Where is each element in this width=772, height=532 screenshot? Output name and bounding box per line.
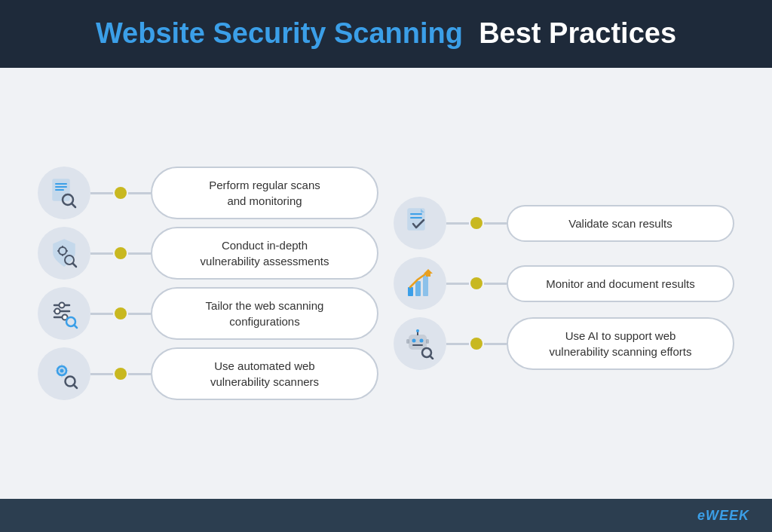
line — [446, 283, 469, 285]
validate-results-icon-circle — [394, 197, 446, 249]
connector-3 — [90, 307, 151, 320]
line — [484, 222, 507, 225]
svg-line-24 — [74, 385, 78, 389]
main-title: Website Security Scanning Best Practices — [96, 17, 676, 51]
svg-line-12 — [73, 264, 77, 268]
list-item: Use automated webvulnerability scanners — [38, 347, 378, 400]
document-check-icon — [404, 207, 436, 239]
svg-line-20 — [75, 326, 78, 329]
line — [128, 192, 151, 194]
svg-rect-30 — [423, 275, 428, 296]
infographic: Website Security Scanning Best Practices — [0, 0, 772, 532]
vulnerability-assessments-icon-circle — [38, 227, 90, 280]
title-blue: Website Security Scanning — [96, 17, 463, 49]
list-item: Monitor and document results — [394, 257, 734, 310]
label-validate-results: Validate scan results — [507, 205, 734, 242]
header: Website Security Scanning Best Practices — [0, 0, 772, 68]
line — [128, 252, 151, 255]
logo-week: WEEK — [706, 508, 749, 523]
line — [128, 313, 151, 315]
content-area: Perform regular scansand monitoring — [0, 68, 772, 499]
svg-line-5 — [72, 203, 75, 207]
use-ai-icon-circle — [394, 317, 446, 370]
right-column: Validate scan results — [386, 197, 742, 370]
list-item: Tailor the web scanningconfigurations — [38, 287, 378, 340]
dot — [470, 277, 482, 289]
dot — [115, 247, 127, 259]
label-automated-scanners: Use automated webvulnerability scanners — [151, 347, 378, 400]
svg-rect-39 — [426, 339, 429, 344]
line — [90, 373, 113, 375]
line — [90, 192, 113, 194]
line — [90, 252, 113, 255]
label-scanning-config: Tailor the web scanningconfigurations — [151, 287, 378, 340]
robot-search-icon — [404, 328, 436, 359]
automated-scanners-icon-circle — [38, 347, 90, 400]
label-vulnerability-assessments: Conduct in-depthvulnerability assessment… — [151, 227, 378, 280]
label-use-ai: Use AI to support webvulnerability scann… — [507, 317, 734, 370]
label-regular-scans: Perform regular scansand monitoring — [151, 167, 378, 219]
footer: eWEEK — [0, 499, 772, 532]
connector-2 — [90, 247, 151, 259]
gear-search-icon — [48, 358, 80, 390]
connector-r1 — [446, 217, 507, 229]
line — [484, 283, 507, 285]
list-item: Conduct in-depthvulnerability assessment… — [38, 227, 378, 280]
svg-rect-32 — [409, 335, 426, 349]
title-white: Best Practices — [479, 17, 676, 49]
dot — [115, 307, 127, 320]
list-item: Validate scan results — [394, 197, 734, 249]
svg-point-33 — [412, 339, 416, 343]
logo-e: e — [697, 508, 706, 523]
line — [484, 343, 507, 345]
list-item: Use AI to support webvulnerability scann… — [394, 317, 734, 370]
shield-search-icon — [48, 237, 80, 269]
line — [128, 373, 151, 375]
svg-point-37 — [416, 329, 419, 332]
svg-rect-38 — [406, 339, 409, 344]
connector-r3 — [446, 338, 507, 350]
scanning-config-icon-circle — [38, 287, 90, 340]
line — [446, 343, 469, 345]
eweek-logo: eWEEK — [697, 508, 749, 524]
dot — [115, 368, 127, 380]
connector-1 — [90, 187, 151, 199]
line — [446, 222, 469, 225]
sliders-search-icon — [48, 298, 80, 329]
chart-icon — [404, 268, 436, 299]
svg-rect-28 — [408, 287, 413, 296]
regular-scans-icon-circle — [38, 167, 90, 219]
svg-point-34 — [420, 339, 424, 343]
dot — [470, 217, 482, 229]
label-monitor-document: Monitor and document results — [507, 265, 734, 302]
svg-point-16 — [55, 309, 60, 314]
svg-rect-29 — [415, 281, 421, 296]
monitor-document-icon-circle — [394, 257, 446, 310]
dot — [470, 338, 482, 350]
left-column: Perform regular scansand monitoring — [30, 167, 386, 400]
document-search-icon — [48, 177, 80, 209]
svg-point-14 — [60, 303, 65, 308]
svg-line-41 — [430, 356, 433, 359]
line — [90, 313, 113, 315]
list-item: Perform regular scansand monitoring — [38, 167, 378, 219]
connector-4 — [90, 368, 151, 380]
dot — [115, 187, 127, 199]
connector-r2 — [446, 277, 507, 289]
